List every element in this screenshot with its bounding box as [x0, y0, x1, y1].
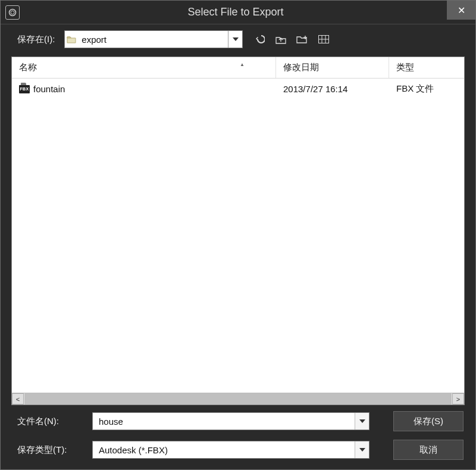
file-list: 名称 ▲ 修改日期 类型 FBX fountain 2013/7/27 16:1… — [11, 57, 465, 405]
column-type-label: 类型 — [396, 62, 414, 73]
up-folder-icon — [275, 35, 286, 44]
cancel-button[interactable]: 取消 — [393, 440, 464, 460]
nav-back-button[interactable] — [252, 32, 267, 46]
chevron-down-icon — [359, 419, 365, 423]
back-icon — [254, 34, 265, 45]
file-type-cell: FBX 文件 — [389, 82, 464, 96]
view-grid-icon — [318, 35, 329, 43]
nav-viewmode-button[interactable] — [317, 32, 331, 46]
file-name-cell: fountain — [33, 84, 65, 94]
export-dialog: Select File to Export ✕ 保存在(I): export — [0, 0, 476, 470]
file-list-body[interactable]: FBX fountain 2013/7/27 16:14 FBX 文件 — [12, 79, 464, 393]
filename-dropdown-button[interactable] — [355, 413, 369, 430]
scroll-left-button[interactable]: < — [12, 393, 24, 405]
close-button[interactable]: ✕ — [447, 1, 475, 20]
lookin-label: 保存在(I): — [17, 34, 55, 45]
scroll-right-button[interactable]: > — [452, 393, 464, 405]
nav-newfolder-button[interactable] — [295, 32, 309, 46]
app-icon — [5, 5, 20, 20]
savetype-label: 保存类型(T): — [17, 444, 82, 456]
close-icon: ✕ — [458, 5, 465, 16]
chevron-down-icon — [233, 37, 239, 41]
savetype-value: Autodesk (*.FBX) — [93, 441, 355, 458]
scroll-track[interactable] — [24, 393, 452, 405]
nav-up-button[interactable] — [274, 32, 288, 46]
new-folder-icon — [296, 35, 308, 44]
bottom-panel: 文件名(N): 保存(S) 保存类型(T): Autodesk (*.FBX) … — [1, 405, 475, 469]
savetype-row: 保存类型(T): Autodesk (*.FBX) 取消 — [17, 440, 464, 460]
savetype-dropdown[interactable]: Autodesk (*.FBX) — [92, 441, 369, 459]
column-header-name[interactable]: 名称 ▲ — [12, 57, 276, 78]
fbx-file-icon: FBX — [19, 85, 30, 93]
filename-label: 文件名(N): — [17, 416, 82, 427]
lookin-folder-name: export — [78, 31, 228, 48]
save-button[interactable]: 保存(S) — [393, 411, 464, 431]
horizontal-scrollbar[interactable]: < > — [12, 393, 464, 405]
filename-input[interactable] — [93, 413, 355, 430]
sort-indicator-icon: ▲ — [240, 62, 245, 67]
save-button-label: 保存(S) — [414, 416, 443, 427]
cancel-button-label: 取消 — [419, 444, 437, 456]
filename-row: 文件名(N): 保存(S) — [17, 411, 464, 431]
column-modified-label: 修改日期 — [283, 62, 319, 73]
lookin-bar: 保存在(I): export — [1, 24, 475, 54]
lookin-dropdown-button[interactable] — [228, 31, 242, 48]
folder-icon — [65, 31, 78, 48]
savetype-dropdown-button[interactable] — [355, 441, 369, 458]
column-name-label: 名称 — [19, 62, 37, 73]
svg-point-0 — [10, 9, 16, 15]
nav-icon-group — [252, 32, 331, 46]
lookin-folder-dropdown[interactable]: export — [64, 30, 243, 48]
chevron-down-icon — [359, 448, 365, 452]
window-title: Select File to Export — [24, 6, 447, 18]
list-item[interactable]: FBX fountain 2013/7/27 16:14 FBX 文件 — [12, 79, 464, 99]
titlebar: Select File to Export ✕ — [1, 1, 475, 24]
column-header-modified[interactable]: 修改日期 — [276, 57, 389, 78]
file-list-header: 名称 ▲ 修改日期 类型 — [12, 57, 464, 79]
file-modified-cell: 2013/7/27 16:14 — [276, 82, 389, 96]
column-header-type[interactable]: 类型 — [389, 57, 464, 78]
filename-combo[interactable] — [92, 412, 369, 430]
